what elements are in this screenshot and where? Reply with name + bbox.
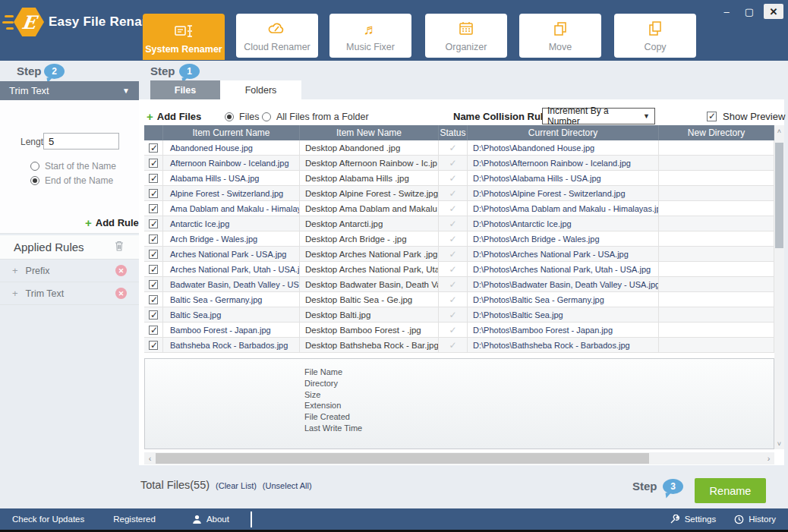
cell-new-name: Desktop Balti.jpg (300, 307, 439, 323)
row-checkbox[interactable] (149, 310, 158, 320)
applied-rule-label: Trim Text (26, 288, 65, 299)
show-preview-toggle[interactable]: Show Preview (707, 111, 785, 122)
unselect-all-link[interactable]: (Unselect All) (263, 481, 312, 490)
remove-rule-icon[interactable]: ✕ (115, 265, 127, 276)
maximize-button[interactable]: ▢ (741, 4, 758, 19)
history-link[interactable]: History (734, 515, 776, 524)
table-row[interactable]: Bathsheba Rock - Barbados.jpgDesktop Bat… (144, 338, 774, 353)
table-row[interactable]: Abandoned House.jpgDesktop Abandoned .jp… (144, 140, 774, 156)
table-row[interactable]: Badwater Basin, Death Valley - US...Desk… (144, 277, 774, 292)
table-row[interactable]: Alabama Hills - USA.jpgDesktop Alabama H… (144, 171, 774, 186)
table-row[interactable]: Baltic Sea.jpgDesktop Balti.jpg✓D:\Photo… (144, 307, 774, 323)
cell-current-name: Alabama Hills - USA.jpg (163, 171, 300, 186)
cell-new-directory (659, 277, 774, 292)
table-row[interactable]: Antarctic Ice.jpgDesktop Antarcti.jpg✓D:… (144, 216, 774, 231)
radio-icon (30, 176, 39, 185)
tab-folders[interactable]: Folders (220, 80, 301, 99)
tab-music-fixer[interactable]: ♬ Music Fixer (329, 14, 411, 58)
cell-current-name: Abandoned House.jpg (163, 140, 300, 156)
plus-icon: + (12, 288, 18, 299)
horizontal-scrollbar[interactable]: ‹ › (144, 452, 774, 464)
clear-list-link[interactable]: (Clear List) (216, 481, 257, 490)
row-checkbox[interactable] (149, 326, 158, 335)
vertical-scroll-thumb[interactable] (775, 143, 783, 248)
main-step-badge: 1 (179, 64, 200, 79)
radio-all-files-folder[interactable]: All Files from a Folder (262, 112, 369, 122)
cell-current-name: Bamboo Forest - Japan.jpg (163, 323, 300, 338)
row-checkbox[interactable] (149, 189, 158, 198)
about-link[interactable]: About (192, 515, 229, 524)
table-row[interactable]: Alpine Forest - Switzerland.jpgDesktop A… (144, 186, 774, 201)
detail-field-label: Extension (304, 400, 774, 411)
scroll-right-icon[interactable]: › (763, 452, 774, 464)
radio-end-of-name[interactable]: End of the Name (30, 175, 113, 186)
row-checkbox[interactable] (149, 159, 158, 168)
tab-copy[interactable]: Copy (614, 14, 696, 58)
collision-rule-value: Increment By a Number (547, 105, 643, 127)
table-row[interactable]: Arches National Park, Utah - USA.jpgDesk… (144, 262, 774, 277)
horizontal-scroll-thumb[interactable] (156, 453, 649, 464)
scroll-down-icon[interactable]: ˅ (774, 438, 784, 449)
rename-button[interactable]: Rename (695, 478, 766, 503)
app-logo-icon: E (14, 8, 44, 36)
tab-move[interactable]: Move (519, 14, 601, 58)
row-checkbox[interactable] (149, 235, 158, 244)
tab-system-renamer[interactable]: System Renamer (143, 14, 225, 60)
col-new-name[interactable]: Item New Name (300, 125, 439, 140)
vertical-scrollbar[interactable]: ˄ ˅ (774, 125, 784, 449)
cell-current-name: Ama Dablam and Makalu - Himalay... (163, 201, 300, 216)
show-preview-checkbox[interactable] (707, 112, 717, 121)
radio-icon (262, 112, 271, 121)
check-updates-link[interactable]: Check for Updates (12, 515, 84, 524)
row-checkbox[interactable] (149, 265, 158, 274)
tab-cloud-renamer[interactable]: Cloud Renamer (236, 14, 318, 58)
scroll-left-icon[interactable]: ‹ (144, 452, 156, 464)
rule-type-dropdown[interactable]: Trim Text ▼ (0, 81, 139, 100)
radio-files[interactable]: Files (225, 112, 259, 122)
close-button[interactable]: ✕ (764, 4, 783, 19)
minimize-button[interactable]: – (718, 4, 735, 19)
remove-rule-icon[interactable]: ✕ (115, 288, 127, 299)
scroll-up-icon[interactable]: ˄ (774, 125, 784, 137)
sidebar-step-badge: 2 (44, 64, 65, 79)
col-current-directory[interactable]: Current Directory (468, 125, 659, 140)
settings-link[interactable]: Settings (670, 515, 717, 524)
row-checkbox[interactable] (149, 280, 158, 289)
radio-start-of-name[interactable]: Start of the Name (30, 161, 116, 172)
applied-rule-trim-text: + Trim Text ✕ (0, 282, 139, 305)
trash-icon[interactable] (113, 239, 125, 255)
tab-files[interactable]: Files (150, 80, 220, 99)
row-checkbox[interactable] (149, 143, 158, 153)
row-checkbox[interactable] (149, 174, 158, 183)
col-status[interactable]: Status (439, 125, 468, 140)
row-checkbox[interactable] (149, 250, 158, 259)
sidebar-step-label: Step (17, 65, 42, 77)
table-row[interactable]: Arches National Park - USA.jpgDesktop Ar… (144, 247, 774, 262)
collision-rule-select[interactable]: Increment By a Number ▼ (542, 108, 655, 124)
cell-new-directory (659, 231, 774, 247)
row-checkbox[interactable] (149, 341, 158, 350)
table-row[interactable]: Bamboo Forest - Japan.jpgDesktop Bamboo … (144, 323, 774, 338)
col-new-directory[interactable]: New Directory (659, 125, 774, 140)
tab-label: System Renamer (145, 44, 222, 55)
table-row[interactable]: Arch Bridge - Wales.jpgDesktop Arch Brid… (144, 231, 774, 247)
add-rule-button[interactable]: + Add Rule (85, 216, 139, 229)
length-input[interactable] (43, 133, 119, 150)
settings-label: Settings (685, 515, 717, 524)
tab-organizer[interactable]: Organizer (425, 14, 507, 58)
table-row[interactable]: Afternoon Rainbow - Iceland.jpgDesktop A… (144, 156, 774, 171)
table-row[interactable]: Baltic Sea - Germany.jpgDesktop Baltic S… (144, 292, 774, 307)
row-checkbox[interactable] (149, 295, 158, 304)
cell-current-directory: D:\Photos\Badwater Basin, Death Valley -… (468, 277, 659, 292)
add-files-button[interactable]: + Add Files (147, 110, 201, 123)
cell-current-directory: D:\Photos\Baltic Sea - Germany.jpg (468, 292, 659, 307)
row-checkbox[interactable] (149, 219, 158, 228)
row-checkbox-cell (144, 247, 163, 262)
cell-new-directory (659, 171, 774, 186)
col-current-name[interactable]: Item Current Name (163, 125, 300, 140)
row-checkbox[interactable] (149, 204, 158, 213)
cell-current-name: Arches National Park - USA.jpg (163, 247, 300, 262)
tab-label: Cloud Renamer (244, 42, 310, 52)
status-check-icon: ✓ (439, 140, 468, 156)
table-row[interactable]: Ama Dablam and Makalu - Himalay...Deskto… (144, 201, 774, 216)
